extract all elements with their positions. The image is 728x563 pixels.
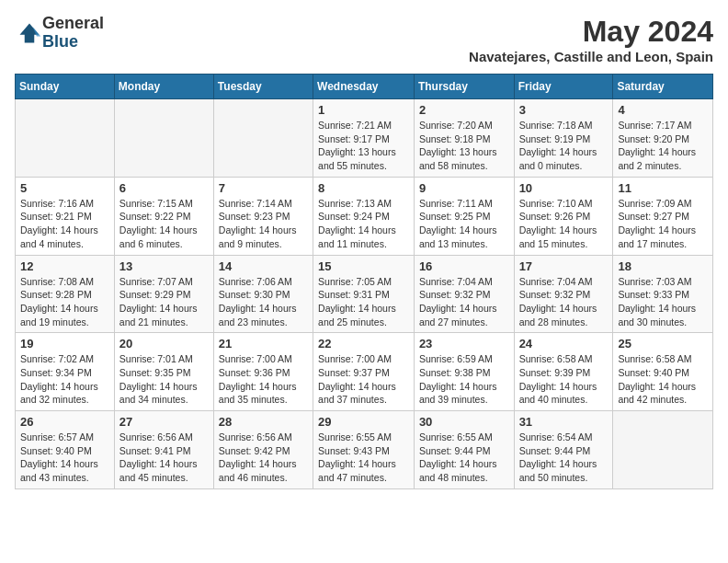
weekday-header-sunday: Sunday — [16, 75, 115, 99]
weekday-row: SundayMondayTuesdayWednesdayThursdayFrid… — [16, 75, 713, 99]
day-number: 21 — [219, 337, 308, 350]
day-info: Sunrise: 6:56 AM Sunset: 9:41 PM Dayligh… — [119, 431, 209, 485]
day-info: Sunrise: 7:06 AM Sunset: 9:30 PM Dayligh… — [219, 275, 308, 329]
day-info: Sunrise: 7:16 AM Sunset: 9:21 PM Dayligh… — [20, 197, 109, 251]
day-info: Sunrise: 7:04 AM Sunset: 9:32 PM Dayligh… — [419, 275, 509, 329]
day-info: Sunrise: 6:57 AM Sunset: 9:40 PM Dayligh… — [20, 431, 109, 485]
day-number: 11 — [618, 181, 708, 195]
day-number: 31 — [519, 415, 609, 429]
month-title: May 2024 — [469, 15, 713, 49]
day-number: 7 — [219, 181, 308, 195]
day-info: Sunrise: 7:00 AM Sunset: 9:36 PM Dayligh… — [219, 352, 308, 407]
calendar-cell: 26Sunrise: 6:57 AM Sunset: 9:40 PM Dayli… — [16, 411, 115, 489]
day-info: Sunrise: 7:11 AM Sunset: 9:25 PM Dayligh… — [419, 197, 509, 251]
calendar-cell: 25Sunrise: 6:58 AM Sunset: 9:40 PM Dayli… — [613, 333, 713, 411]
calendar-cell: 9Sunrise: 7:11 AM Sunset: 9:25 PM Daylig… — [414, 177, 514, 255]
day-info: Sunrise: 7:13 AM Sunset: 9:24 PM Dayligh… — [318, 197, 409, 251]
day-number: 12 — [20, 259, 109, 273]
day-info: Sunrise: 6:58 AM Sunset: 9:40 PM Dayligh… — [618, 352, 708, 407]
title-section: May 2024 Navatejares, Castille and Leon,… — [469, 15, 713, 64]
day-info: Sunrise: 7:03 AM Sunset: 9:33 PM Dayligh… — [618, 275, 708, 329]
day-number: 10 — [519, 181, 609, 195]
day-number: 16 — [419, 259, 509, 273]
week-row-0: 1Sunrise: 7:21 AM Sunset: 9:17 PM Daylig… — [16, 99, 713, 178]
day-info: Sunrise: 7:00 AM Sunset: 9:37 PM Dayligh… — [318, 352, 409, 407]
day-number: 4 — [618, 103, 708, 117]
week-row-2: 12Sunrise: 7:08 AM Sunset: 9:28 PM Dayli… — [16, 255, 713, 333]
weekday-header-monday: Monday — [114, 75, 213, 99]
day-info: Sunrise: 7:01 AM Sunset: 9:35 PM Dayligh… — [119, 352, 209, 407]
day-number: 14 — [219, 259, 308, 273]
calendar-cell: 15Sunrise: 7:05 AM Sunset: 9:31 PM Dayli… — [313, 255, 415, 333]
day-number: 24 — [519, 337, 609, 350]
page-header: General Blue May 2024 Navatejares, Casti… — [15, 15, 713, 64]
calendar-cell: 14Sunrise: 7:06 AM Sunset: 9:30 PM Dayli… — [213, 255, 313, 333]
day-number: 28 — [219, 415, 308, 429]
day-number: 13 — [119, 259, 209, 273]
calendar-cell: 21Sunrise: 7:00 AM Sunset: 9:36 PM Dayli… — [213, 333, 313, 411]
day-number: 6 — [119, 181, 209, 195]
day-info: Sunrise: 6:58 AM Sunset: 9:39 PM Dayligh… — [519, 352, 609, 407]
calendar-cell: 12Sunrise: 7:08 AM Sunset: 9:28 PM Dayli… — [16, 255, 115, 333]
week-row-4: 26Sunrise: 6:57 AM Sunset: 9:40 PM Dayli… — [16, 411, 713, 489]
day-number: 19 — [20, 337, 109, 350]
calendar-cell — [613, 411, 713, 489]
calendar-cell: 27Sunrise: 6:56 AM Sunset: 9:41 PM Dayli… — [114, 411, 213, 489]
calendar-cell: 22Sunrise: 7:00 AM Sunset: 9:37 PM Dayli… — [313, 333, 415, 411]
calendar-cell: 28Sunrise: 6:56 AM Sunset: 9:42 PM Dayli… — [213, 411, 313, 489]
day-number: 2 — [419, 103, 509, 117]
day-number: 15 — [318, 259, 409, 273]
day-info: Sunrise: 7:02 AM Sunset: 9:34 PM Dayligh… — [20, 352, 109, 407]
day-number: 26 — [20, 415, 109, 429]
day-number: 25 — [618, 337, 708, 350]
day-number: 3 — [519, 103, 609, 117]
calendar-cell: 8Sunrise: 7:13 AM Sunset: 9:24 PM Daylig… — [313, 177, 415, 255]
day-info: Sunrise: 6:55 AM Sunset: 9:43 PM Dayligh… — [318, 431, 409, 485]
calendar-cell: 30Sunrise: 6:55 AM Sunset: 9:44 PM Dayli… — [414, 411, 514, 489]
calendar-cell — [213, 99, 313, 178]
day-info: Sunrise: 7:04 AM Sunset: 9:32 PM Dayligh… — [519, 275, 609, 329]
day-info: Sunrise: 6:54 AM Sunset: 9:44 PM Dayligh… — [519, 431, 609, 485]
weekday-header-friday: Friday — [514, 75, 613, 99]
day-info: Sunrise: 7:20 AM Sunset: 9:18 PM Dayligh… — [419, 119, 509, 173]
day-number: 5 — [20, 181, 109, 195]
calendar-table: SundayMondayTuesdayWednesdayThursdayFrid… — [15, 74, 713, 489]
day-info: Sunrise: 6:56 AM Sunset: 9:42 PM Dayligh… — [219, 431, 308, 485]
day-info: Sunrise: 6:59 AM Sunset: 9:38 PM Dayligh… — [419, 352, 509, 407]
calendar-cell: 29Sunrise: 6:55 AM Sunset: 9:43 PM Dayli… — [313, 411, 415, 489]
weekday-header-wednesday: Wednesday — [313, 75, 415, 99]
day-number: 23 — [419, 337, 509, 350]
location-title: Navatejares, Castille and Leon, Spain — [469, 49, 713, 64]
calendar-cell: 2Sunrise: 7:20 AM Sunset: 9:18 PM Daylig… — [414, 99, 514, 178]
calendar-cell — [114, 99, 213, 178]
logo-text: General Blue — [42, 15, 104, 52]
calendar-cell: 24Sunrise: 6:58 AM Sunset: 9:39 PM Dayli… — [514, 333, 613, 411]
week-row-3: 19Sunrise: 7:02 AM Sunset: 9:34 PM Dayli… — [16, 333, 713, 411]
calendar-cell: 13Sunrise: 7:07 AM Sunset: 9:29 PM Dayli… — [114, 255, 213, 333]
day-info: Sunrise: 7:05 AM Sunset: 9:31 PM Dayligh… — [318, 275, 409, 329]
calendar-cell: 19Sunrise: 7:02 AM Sunset: 9:34 PM Dayli… — [16, 333, 115, 411]
calendar-cell: 7Sunrise: 7:14 AM Sunset: 9:23 PM Daylig… — [213, 177, 313, 255]
day-number: 8 — [318, 181, 409, 195]
day-number: 30 — [419, 415, 509, 429]
day-info: Sunrise: 6:55 AM Sunset: 9:44 PM Dayligh… — [419, 431, 509, 485]
calendar-cell: 20Sunrise: 7:01 AM Sunset: 9:35 PM Dayli… — [114, 333, 213, 411]
calendar-cell: 18Sunrise: 7:03 AM Sunset: 9:33 PM Dayli… — [613, 255, 713, 333]
day-number: 27 — [119, 415, 209, 429]
weekday-header-saturday: Saturday — [613, 75, 713, 99]
day-info: Sunrise: 7:09 AM Sunset: 9:27 PM Dayligh… — [618, 197, 708, 251]
week-row-1: 5Sunrise: 7:16 AM Sunset: 9:21 PM Daylig… — [16, 177, 713, 255]
day-number: 9 — [419, 181, 509, 195]
day-info: Sunrise: 7:10 AM Sunset: 9:26 PM Dayligh… — [519, 197, 609, 251]
day-info: Sunrise: 7:07 AM Sunset: 9:29 PM Dayligh… — [119, 275, 209, 329]
calendar-cell: 10Sunrise: 7:10 AM Sunset: 9:26 PM Dayli… — [514, 177, 613, 255]
calendar-cell — [16, 99, 115, 178]
day-number: 20 — [119, 337, 209, 350]
day-number: 22 — [318, 337, 409, 350]
weekday-header-thursday: Thursday — [414, 75, 514, 99]
day-info: Sunrise: 7:15 AM Sunset: 9:22 PM Dayligh… — [119, 197, 209, 251]
calendar-cell: 16Sunrise: 7:04 AM Sunset: 9:32 PM Dayli… — [414, 255, 514, 333]
weekday-header-tuesday: Tuesday — [213, 75, 313, 99]
calendar-cell: 17Sunrise: 7:04 AM Sunset: 9:32 PM Dayli… — [514, 255, 613, 333]
day-number: 29 — [318, 415, 409, 429]
